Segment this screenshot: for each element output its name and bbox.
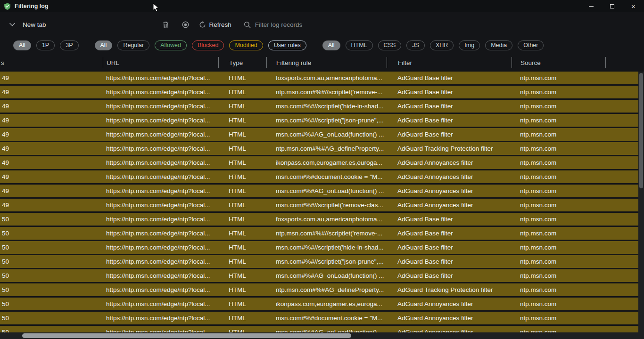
cell-extra (605, 142, 638, 155)
chip-type-js[interactable]: JS (406, 40, 425, 50)
log-row[interactable]: 49https://ntp.msn.com/edge/ntp?local...H… (0, 128, 638, 142)
cell-type: HTML (218, 170, 266, 183)
log-row[interactable]: 49https://ntp.msn.com/edge/ntp?local...H… (0, 185, 638, 199)
cell-time: 50 (0, 298, 103, 310)
maximize-icon (610, 4, 614, 8)
cell-time: 49 (0, 156, 103, 169)
log-row[interactable]: 49https://ntp.msn.com/edge/ntp?local...H… (0, 170, 638, 185)
search-input[interactable] (255, 21, 406, 28)
cell-filter: AdGuard Base filter (387, 213, 512, 226)
cell-time: 50 (0, 227, 103, 240)
cell-rule: ikonpass.com,eurogamer.es,euroga... (266, 156, 387, 169)
cell-filter: AdGuard Base filter (387, 128, 512, 141)
log-row[interactable]: 49https://ntp.msn.com/edge/ntp?local...H… (0, 72, 638, 86)
chevron-down-icon[interactable] (9, 21, 17, 28)
cell-time: 50 (0, 326, 103, 332)
tab-new-tab[interactable]: New tab (23, 21, 46, 28)
column-header-filtering-rule[interactable]: Filtering rule (266, 57, 387, 68)
cell-type: HTML (218, 114, 266, 127)
log-row[interactable]: 50https://ntp.msn.com/edge/ntp?local...H… (0, 283, 638, 298)
column-header-filter[interactable]: Filter (387, 57, 512, 68)
log-row[interactable]: 50https://ntp.msn.com/edge/ntp?local...H… (0, 298, 638, 312)
cell-rule: ntp.msn.com#%#//scriptlet('remove-... (266, 227, 387, 240)
cell-time: 49 (0, 114, 103, 127)
horizontal-scrollbar[interactable] (0, 332, 644, 339)
chip-status-modified[interactable]: Modified (229, 40, 263, 50)
cell-rule: ntp.msn.com#%#//scriptlet('remove-... (266, 86, 387, 98)
cell-type: HTML (218, 298, 266, 310)
cell-filter: AdGuard Annoyances filter (387, 156, 512, 169)
vertical-scrollbar[interactable] (638, 72, 644, 332)
column-header-time[interactable]: s (0, 57, 103, 68)
cell-time: 49 (0, 72, 103, 84)
log-row[interactable]: 49https://ntp.msn.com/edge/ntp?local...H… (0, 100, 638, 114)
log-row[interactable]: 49https://ntp.msn.com/edge/ntp?local...H… (0, 114, 638, 128)
chip-party-all[interactable]: All (13, 40, 31, 50)
log-row[interactable]: 50https://ntp.msn.com/edge/ntp?local...H… (0, 269, 638, 283)
log-row[interactable]: 49https://ntp.msn.com/edge/ntp?local...H… (0, 142, 638, 156)
toolbar: New tab Refresh (0, 12, 644, 37)
log-row[interactable]: 50https://ntp.msn.com/edge/ntp?local...H… (0, 255, 638, 269)
log-row[interactable]: 49https://ntp.msn.com/edge/ntp?local...H… (0, 199, 638, 213)
filtering-log-window: Filtering log × New tab (0, 0, 644, 339)
cell-time: 50 (0, 283, 103, 296)
log-row[interactable]: 50https://ntp.msn.com/edge/ntp?local...H… (0, 213, 638, 227)
log-row[interactable]: 49https://ntp.msn.com/edge/ntp?local...H… (0, 156, 638, 170)
chip-type-html[interactable]: HTML (346, 40, 373, 50)
cell-type: HTML (218, 100, 266, 113)
cell-url: https://ntp.msn.com/edge/ntp?local... (103, 227, 218, 240)
chip-status-blocked[interactable]: Blocked (192, 40, 224, 50)
log-row[interactable]: 50https://ntp.msn.com/edge/ntp?local...H… (0, 241, 638, 255)
chip-type-all[interactable]: All (322, 40, 340, 50)
column-header-source[interactable]: Source (512, 57, 605, 68)
refresh-button[interactable]: Refresh (199, 21, 231, 28)
chip-type-xhr[interactable]: XHR (430, 40, 454, 50)
chip-status-regular[interactable]: Regular (117, 40, 149, 50)
cell-rule: msn.com#%#document.cookie = "M... (266, 170, 387, 183)
window-controls: × (580, 0, 644, 12)
cell-type: HTML (218, 255, 266, 268)
vertical-scrollbar-thumb[interactable] (639, 73, 643, 188)
chip-group-party: All1P3P (13, 40, 84, 50)
cell-time: 49 (0, 86, 103, 98)
cell-url: https://ntp.msn.com/edge/ntp?local... (103, 170, 218, 183)
column-header-url[interactable]: URL (103, 57, 218, 68)
cell-time: 49 (0, 199, 103, 211)
chip-status-all[interactable]: All (95, 40, 113, 50)
chip-status-allowed[interactable]: Allowed (155, 40, 187, 50)
log-row[interactable]: 50https://ntp.msn.com/edge/ntp?local...H… (0, 227, 638, 241)
chip-party-1p[interactable]: 1P (36, 40, 55, 50)
window-title: Filtering log (15, 3, 49, 9)
cell-source: ntp.msn.com (512, 185, 605, 197)
chip-type-img[interactable]: Img (459, 40, 480, 50)
maximize-button[interactable] (602, 0, 623, 12)
cell-source: ntp.msn.com (512, 100, 605, 113)
chip-party-3p[interactable]: 3P (60, 40, 78, 50)
cell-time: 50 (0, 255, 103, 268)
clear-log-button[interactable] (160, 19, 172, 30)
cell-type: HTML (218, 283, 266, 296)
cell-type: HTML (218, 199, 266, 211)
cell-rule: ntp.msn.com#%#AG_defineProperty... (266, 283, 387, 296)
cell-url: https://ntp.msn.com/edge/ntp?local... (103, 312, 218, 324)
log-table-header: s URL Type Filtering rule Filter Source (0, 54, 638, 72)
chip-status-user-rules[interactable]: User rules (268, 40, 306, 50)
column-header-type[interactable]: Type (218, 57, 266, 68)
cell-rule: msn.com#%#//scriptlet('hide-in-shad... (266, 100, 387, 113)
cell-extra (605, 185, 638, 197)
chip-type-css[interactable]: CSS (378, 40, 402, 50)
cell-extra (605, 213, 638, 226)
log-row[interactable]: 49https://ntp.msn.com/edge/ntp?local...H… (0, 86, 638, 100)
chip-type-media[interactable]: Media (485, 40, 512, 50)
log-row[interactable]: 50https://ntp.msn.com/edge/ntp?local...H… (0, 312, 638, 326)
horizontal-scrollbar-thumb[interactable] (22, 333, 351, 338)
close-button[interactable]: × (623, 0, 644, 12)
record-button[interactable] (180, 19, 191, 30)
cell-source: ntp.msn.com (512, 227, 605, 240)
cell-type: HTML (218, 86, 266, 98)
cell-type: HTML (218, 269, 266, 282)
cell-source: ntp.msn.com (512, 170, 605, 183)
log-row[interactable]: 50https://ntp.msn.com/edge/ntp?local...H… (0, 326, 638, 332)
minimize-button[interactable] (580, 0, 602, 12)
chip-type-other[interactable]: Other (518, 40, 544, 50)
